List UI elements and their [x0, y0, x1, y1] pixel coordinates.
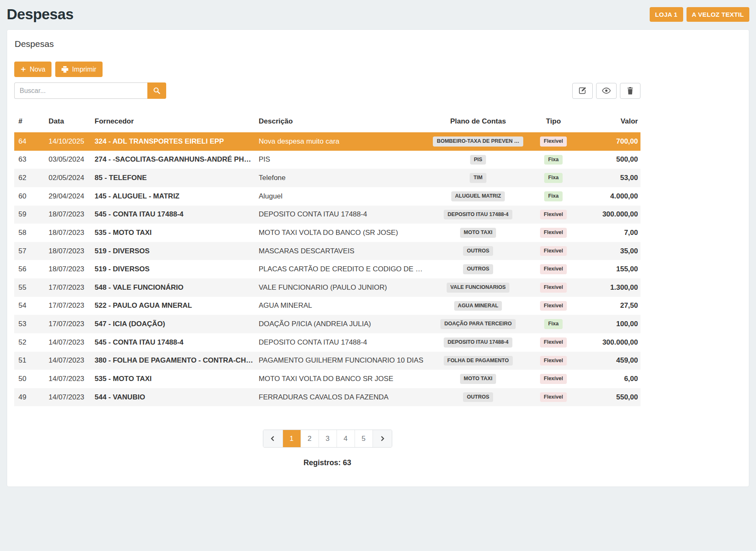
cell-description: MOTO TAXI VOLTA DO BANCO (SR JOSE)	[256, 224, 428, 242]
cell-supplier: 535 - MOTO TAXI	[92, 370, 256, 388]
expense-row-52[interactable]: 5214/07/2023545 - CONTA ITAU 17488-4DEPO…	[14, 333, 640, 352]
imprimir-button[interactable]: Imprimir	[55, 62, 103, 77]
expense-row-55[interactable]: 5517/07/2023548 - VALE FUNCIONÁRIOVALE F…	[14, 278, 640, 297]
cell-account: OUTROS	[428, 242, 528, 260]
expense-row-49[interactable]: 4914/07/2023544 - VANUBIOFERRADURAS CAVA…	[14, 388, 640, 407]
account-badge: ALUGUEL MATRIZ	[451, 191, 505, 201]
expense-row-57[interactable]: 5718/07/2023519 - DIVERSOSMASCARAS DESCA…	[14, 242, 640, 260]
expenses-table: #DataFornecedorDescriçãoPlano de ContasT…	[14, 113, 640, 406]
expense-row-64[interactable]: 6414/10/2025324 - ADL TRANSPORTES EIRELI…	[14, 132, 640, 151]
pagination-page-1[interactable]: 1	[283, 430, 301, 447]
expense-row-54[interactable]: 5417/07/2023522 - PAULO AGUA MNERALAGUA …	[14, 297, 640, 315]
cell-id: 54	[14, 297, 46, 315]
expense-row-56[interactable]: 5618/07/2023519 - DIVERSOSPLACAS CARTÃO …	[14, 260, 640, 278]
cell-date: 14/07/2023	[46, 370, 92, 388]
pagination-page-3[interactable]: 3	[319, 430, 337, 447]
chevron-left-icon	[270, 435, 276, 442]
store-button-company[interactable]: A VELOZ TEXTIL	[687, 7, 749, 22]
cell-id: 51	[14, 352, 46, 370]
cell-account: AGUA MINERAL	[428, 297, 528, 315]
type-badge: Flexível	[540, 228, 567, 238]
cell-id: 52	[14, 333, 46, 352]
type-badge: Fixa	[544, 173, 562, 183]
cell-type: Flexível	[528, 260, 579, 278]
cell-value: 459,00	[579, 352, 640, 370]
cell-description: Nova despesa muito cara	[256, 132, 428, 151]
card-body: Nova Imprimir	[7, 51, 749, 487]
cell-supplier: 548 - VALE FUNCIONÁRIO	[92, 278, 256, 297]
expense-row-53[interactable]: 5317/07/2023547 - ICIA (DOAÇÃO)DOAÇÃO P/…	[14, 315, 640, 333]
cell-id: 64	[14, 132, 46, 151]
expense-row-58[interactable]: 5818/07/2023535 - MOTO TAXIMOTO TAXI VOL…	[14, 224, 640, 242]
cell-account: OUTROS	[428, 260, 528, 278]
cell-description: PAGAMENTO GUILHERM FUNCIONARIO 10 DIAS	[256, 352, 428, 370]
cell-description: DEPOSITO CONTA ITAU 17488-4	[256, 206, 428, 224]
cell-value: 550,00	[579, 388, 640, 407]
expense-row-62[interactable]: 6202/05/202485 - TELEFONETelefoneTIMFixa…	[14, 169, 640, 187]
expense-row-60[interactable]: 6029/04/2024145 - ALUGUEL - MATRIZAlugue…	[14, 187, 640, 206]
search-input[interactable]	[14, 82, 147, 99]
cell-description: MOTO TAXI VOLTA DO BANCO SR JOSE	[256, 370, 428, 388]
row-actions	[572, 83, 640, 99]
expense-row-59[interactable]: 5918/07/2023545 - CONTA ITAU 17488-4DEPO…	[14, 206, 640, 224]
records-count: Registros: 63	[14, 458, 640, 467]
cell-supplier: 380 - FOLHA DE PAGAMENTO - CONTRA-CH…	[92, 352, 256, 370]
eye-icon	[602, 88, 611, 94]
account-badge: OUTROS	[463, 264, 493, 274]
card-header: Despesas	[7, 30, 749, 51]
cell-date: 03/05/2024	[46, 151, 92, 169]
expense-row-63[interactable]: 6303/05/2024274 - -SACOLITAS-GARANHUNS-A…	[14, 151, 640, 169]
cell-account: BOMBEIRO-TAXA DE PREVEN …	[428, 132, 528, 151]
pagination-page-5[interactable]: 5	[355, 430, 373, 447]
cell-account: DEPOSITO ITAU 17488-4	[428, 206, 528, 224]
nova-button[interactable]: Nova	[14, 62, 51, 77]
type-badge: Flexível	[540, 210, 567, 220]
cell-description: VALE FUNCIONARIO (PAULO JUNIOR)	[256, 278, 428, 297]
pagination-page-2[interactable]: 2	[301, 430, 319, 447]
account-badge: MOTO TAXI	[460, 228, 496, 238]
chevron-right-icon	[379, 435, 386, 442]
account-badge: MOTO TAXI	[460, 374, 496, 384]
type-badge: Fixa	[544, 191, 562, 201]
cell-value: 700,00	[579, 132, 640, 151]
card-content: Nova Imprimir	[14, 62, 640, 467]
pagination-next[interactable]	[373, 430, 392, 447]
delete-button[interactable]	[620, 83, 640, 99]
column-header-6: Valor	[579, 113, 640, 132]
cell-type: Flexível	[528, 132, 579, 151]
cell-description: AGUA MINERAL	[256, 297, 428, 315]
table-header: #DataFornecedorDescriçãoPlano de ContasT…	[14, 113, 640, 132]
cell-id: 49	[14, 388, 46, 407]
cell-value: 7,00	[579, 224, 640, 242]
type-badge: Fixa	[544, 319, 562, 329]
cell-supplier: 522 - PAULO AGUA MNERAL	[92, 297, 256, 315]
pagination: 12345	[263, 430, 392, 448]
cell-value: 6,00	[579, 370, 640, 388]
cell-value: 27,50	[579, 297, 640, 315]
store-button-loja-1[interactable]: LOJA 1	[650, 7, 683, 22]
cell-date: 14/07/2023	[46, 388, 92, 407]
cell-description: MASCARAS DESCARTAVEIS	[256, 242, 428, 260]
pagination-page-4[interactable]: 4	[337, 430, 355, 447]
cell-description: DOAÇÃO P/ICIA (ANDREIA JULIA)	[256, 315, 428, 333]
expense-row-50[interactable]: 5014/07/2023535 - MOTO TAXIMOTO TAXI VOL…	[14, 370, 640, 388]
page-title: Despesas	[7, 6, 73, 23]
account-badge: BOMBEIRO-TAXA DE PREVEN …	[433, 136, 523, 147]
view-button[interactable]	[596, 83, 617, 99]
cell-value: 500,00	[579, 151, 640, 169]
cell-supplier: 519 - DIVERSOS	[92, 242, 256, 260]
edit-button[interactable]	[572, 83, 593, 99]
cell-supplier: 547 - ICIA (DOAÇÃO)	[92, 315, 256, 333]
expense-row-51[interactable]: 5114/07/2023380 - FOLHA DE PAGAMENTO - C…	[14, 352, 640, 370]
type-badge: Flexível	[540, 246, 567, 256]
cell-supplier: 519 - DIVERSOS	[92, 260, 256, 278]
cell-account: MOTO TAXI	[428, 224, 528, 242]
search-button[interactable]	[147, 82, 166, 99]
cell-type: Flexível	[528, 388, 579, 407]
cell-supplier: 274 - -SACOLITAS-GARANHUNS-ANDRÉ PH…	[92, 151, 256, 169]
cell-id: 53	[14, 315, 46, 333]
cell-supplier: 535 - MOTO TAXI	[92, 224, 256, 242]
cell-date: 17/07/2023	[46, 278, 92, 297]
pagination-prev[interactable]	[263, 430, 283, 447]
cell-id: 58	[14, 224, 46, 242]
